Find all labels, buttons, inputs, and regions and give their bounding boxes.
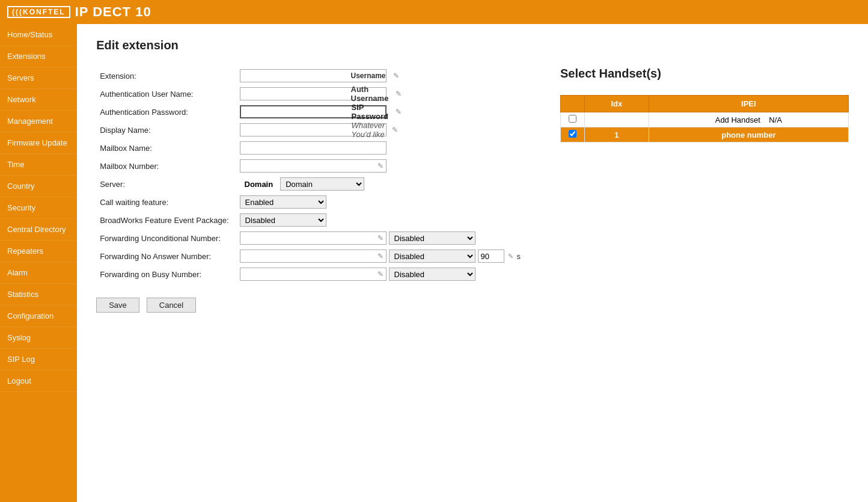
call-waiting-label: Call waiting feature: — [96, 193, 236, 211]
mailbox-number-wrapper: ✎ — [240, 159, 387, 173]
handset-row-1-idx: 1 — [585, 127, 649, 142]
sidebar-item-statistics[interactable]: Statistics — [0, 284, 77, 305]
auth-username-input[interactable] — [240, 88, 346, 100]
display-name-input-cell: Whatever You'd like ✎ — [236, 121, 525, 139]
app-title: IP DECT 10 — [75, 4, 151, 20]
fwd-unconditional-label: Forwarding Unconditional Number: — [96, 229, 236, 247]
app-header: (((KONFTEL IP DECT 10 — [0, 0, 868, 24]
sip-password-label: SIP Password — [347, 103, 393, 121]
mailbox-number-input-cell: ✎ — [236, 157, 525, 175]
sidebar-item-alarm[interactable]: Alarm — [0, 262, 77, 284]
sidebar-item-management[interactable]: Management — [0, 111, 77, 132]
handset-row-1-phone: phone number — [649, 127, 848, 142]
sidebar-item-security[interactable]: Security — [0, 197, 77, 219]
fwd-busy-row-inner: ✎ Disabled Enabled — [240, 268, 521, 281]
server-label: Server: — [96, 175, 236, 193]
auth-user-row: Authentication User Name: Auth Username … — [96, 85, 524, 103]
mailbox-name-input-cell — [236, 139, 525, 157]
username-input[interactable] — [240, 70, 346, 82]
handset-col-idx: Idx — [585, 96, 649, 112]
handset-row-add-checkbox-cell — [561, 112, 585, 127]
edit-extension-form: Extension: Username ✎ Authen — [96, 67, 524, 313]
broadworks-select[interactable]: Disabled Enabled — [240, 213, 326, 227]
logo-icon: (((KONFTEL — [7, 6, 70, 18]
fwd-no-answer-row: Forwarding No Answer Number: ✎ Disabled — [96, 247, 524, 265]
fwd-busy-label: Forwarding on Busy Number: — [96, 265, 236, 283]
handset-row-add: Add Handset N/A — [561, 112, 849, 127]
fwd-busy-select[interactable]: Disabled Enabled — [389, 268, 475, 281]
display-name-edit-icon[interactable]: ✎ — [390, 126, 400, 134]
fwd-busy-number-wrapper: ✎ — [240, 268, 387, 281]
sidebar-item-syslog[interactable]: Syslog — [0, 327, 77, 349]
sidebar-item-sip-log[interactable]: SIP Log — [0, 349, 77, 370]
username-input-wrapper: Username ✎ — [240, 69, 387, 82]
fwd-no-answer-edit-icon[interactable]: ✎ — [375, 252, 386, 260]
main-content: Edit extension Extension: Username — [77, 24, 868, 502]
call-waiting-select[interactable]: Enabled Disabled — [240, 195, 326, 209]
mailbox-number-label: Mailbox Number: — [96, 157, 236, 175]
extension-label: Extension: — [96, 67, 236, 85]
auth-pass-input-cell: SIP Password ✎ — [236, 103, 525, 121]
extension-edit-icon[interactable]: ✎ — [391, 72, 402, 80]
handset-table: Idx IPEI Add Handset — [560, 95, 849, 142]
sidebar-item-logout[interactable]: Logout — [0, 370, 77, 392]
sidebar-item-home-status[interactable]: Home/Status — [0, 24, 77, 46]
sidebar-item-time[interactable]: Time — [0, 154, 77, 176]
server-domain-label: Domain — [240, 180, 278, 189]
sidebar: Home/Status Extensions Servers Network M… — [0, 24, 77, 502]
fwd-no-answer-seconds-input[interactable] — [478, 249, 504, 263]
handset-row-1-checkbox-cell — [561, 127, 585, 142]
display-name-label: Display Name: — [96, 121, 236, 139]
fwd-no-answer-number-input[interactable] — [240, 251, 375, 262]
server-input-cell: Domain Domain — [236, 175, 525, 193]
broadworks-row: BroadWorks Feature Event Package: Disabl… — [96, 211, 524, 229]
handset-row-add-idx — [585, 112, 649, 127]
display-name-placeholder: Whatever You'd like — [347, 121, 390, 139]
broadworks-input-cell: Disabled Enabled — [236, 211, 525, 229]
sidebar-item-servers[interactable]: Servers — [0, 67, 77, 89]
sidebar-item-firmware-update[interactable]: Firmware Update — [0, 132, 77, 154]
mailbox-number-input[interactable] — [240, 160, 375, 172]
auth-user-edit-icon[interactable]: ✎ — [393, 90, 404, 98]
sidebar-item-network[interactable]: Network — [0, 89, 77, 111]
seconds-edit-icon[interactable]: ✎ — [506, 253, 516, 260]
server-field: Domain Domain — [240, 177, 521, 191]
username-field-label: Username — [346, 72, 391, 80]
fwd-no-answer-select[interactable]: Disabled Enabled — [389, 249, 475, 263]
broadworks-label: BroadWorks Feature Event Package: — [96, 211, 236, 229]
sidebar-item-country[interactable]: Country — [0, 176, 77, 197]
fwd-unconditional-cell: ✎ Disabled Enabled — [236, 229, 525, 247]
auth-pass-row: Authentication Password: SIP Password ✎ — [96, 103, 524, 121]
fwd-unconditional-select[interactable]: Disabled Enabled — [389, 231, 475, 245]
fwd-busy-row: Forwarding on Busy Number: ✎ Disabled — [96, 265, 524, 283]
sidebar-item-central-directory[interactable]: Central Directory — [0, 219, 77, 240]
fwd-no-answer-row-inner: ✎ Disabled Enabled ✎ s — [240, 249, 521, 263]
fwd-unconditional-number-wrapper: ✎ — [240, 231, 387, 245]
auth-user-input-cell: Auth Username ✎ — [236, 85, 525, 103]
cancel-button[interactable]: Cancel — [147, 298, 196, 313]
sidebar-item-repeaters[interactable]: Repeaters — [0, 240, 77, 262]
handset-row-add-ipei: Add Handset N/A — [649, 112, 848, 127]
handset-add-checkbox[interactable] — [569, 115, 576, 123]
mailbox-number-edit-icon[interactable]: ✎ — [375, 162, 386, 170]
save-button[interactable]: Save — [96, 298, 139, 313]
fwd-busy-number-input[interactable] — [240, 269, 375, 280]
mailbox-name-input[interactable] — [240, 141, 387, 155]
sip-password-edit-icon[interactable]: ✎ — [393, 108, 404, 116]
fwd-busy-edit-icon[interactable]: ✎ — [375, 270, 386, 278]
fwd-unconditional-number-input[interactable] — [240, 233, 375, 244]
handset-1-checkbox[interactable] — [569, 130, 576, 138]
server-select[interactable]: Domain — [280, 177, 364, 191]
call-waiting-row: Call waiting feature: Enabled Disabled — [96, 193, 524, 211]
auth-username-label: Auth Username — [346, 85, 394, 103]
add-handset-label: Add Handset — [715, 115, 760, 124]
call-waiting-input-cell: Enabled Disabled — [236, 193, 525, 211]
display-name-input[interactable] — [240, 124, 347, 136]
sip-password-input[interactable] — [241, 106, 347, 117]
handset-col-ipei: IPEI — [649, 96, 848, 112]
fwd-unconditional-edit-icon[interactable]: ✎ — [375, 234, 386, 242]
sidebar-item-configuration[interactable]: Configuration — [0, 305, 77, 327]
handset-table-header: Idx IPEI — [561, 96, 849, 112]
sidebar-item-extensions[interactable]: Extensions — [0, 46, 77, 67]
handset-phone-number: phone number — [721, 130, 775, 139]
